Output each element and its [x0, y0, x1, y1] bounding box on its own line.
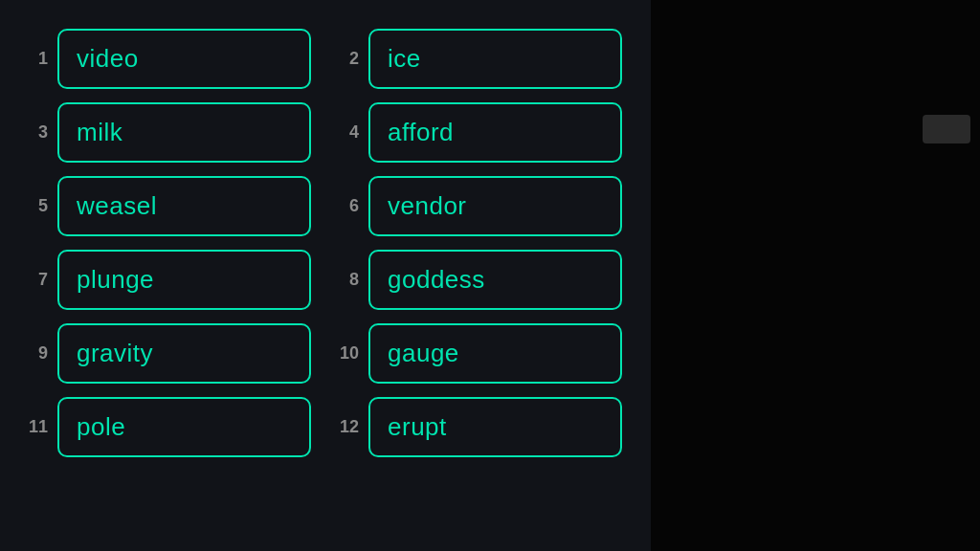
word-grid: 1 video 2 ice 3 milk 4 afford 5 weasel 6…: [29, 29, 622, 457]
word-box[interactable]: gravity: [57, 323, 311, 384]
word-row: 6 vendor: [340, 176, 622, 236]
word-row: 12 erupt: [340, 397, 622, 457]
word-box[interactable]: vendor: [368, 176, 622, 236]
word-box[interactable]: afford: [368, 102, 622, 163]
word-number: 5: [29, 196, 48, 216]
word-box[interactable]: video: [57, 29, 311, 89]
word-box[interactable]: ice: [368, 29, 622, 89]
word-row: 11 pole: [29, 397, 311, 457]
word-number: 10: [340, 343, 359, 364]
word-box[interactable]: pole: [57, 397, 311, 457]
word-number: 1: [29, 49, 48, 69]
main-word-area: 1 video 2 ice 3 milk 4 afford 5 weasel 6…: [0, 0, 651, 551]
word-row: 3 milk: [29, 102, 311, 163]
word-number: 2: [340, 49, 359, 69]
word-number: 9: [29, 343, 48, 364]
word-row: 4 afford: [340, 102, 622, 163]
word-row: 7 plunge: [29, 250, 311, 310]
word-number: 6: [340, 196, 359, 216]
word-number: 11: [29, 417, 48, 437]
word-row: 8 goddess: [340, 250, 622, 310]
right-panel: 9 September: [651, 0, 980, 551]
word-row: 5 weasel: [29, 176, 311, 236]
word-box[interactable]: weasel: [57, 176, 311, 236]
word-number: 7: [29, 270, 48, 290]
word-box[interactable]: erupt: [368, 397, 622, 457]
word-number: 8: [340, 270, 359, 290]
right-decoration: [923, 115, 970, 143]
word-row: 2 ice: [340, 29, 622, 89]
word-number: 12: [340, 417, 359, 437]
word-number: 4: [340, 122, 359, 143]
word-box[interactable]: milk: [57, 102, 311, 163]
word-row: 9 gravity: [29, 323, 311, 384]
word-row: 10 gauge: [340, 323, 622, 384]
word-box[interactable]: plunge: [57, 250, 311, 310]
word-box[interactable]: goddess: [368, 250, 622, 310]
word-box[interactable]: gauge: [368, 323, 622, 384]
word-row: 1 video: [29, 29, 311, 89]
word-number: 3: [29, 122, 48, 143]
